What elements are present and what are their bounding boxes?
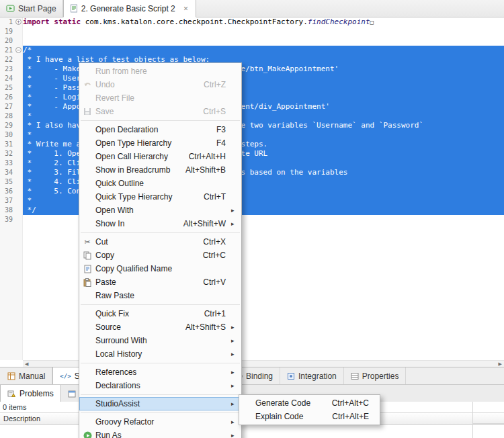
submenu-arrow-icon: ▸: [231, 337, 240, 344]
menu-item-studioassist[interactable]: StudioAssist▸: [79, 397, 241, 410]
menu-item-label: Groovy Refactor: [95, 417, 154, 427]
menu-shortcut: Alt+Shift+S: [185, 322, 231, 332]
menu-item-copy[interactable]: CopyCtrl+C: [79, 249, 241, 262]
scroll-right-icon[interactable]: ▶: [497, 361, 504, 367]
code-line-31[interactable]: 31 * Write me an automation test script …: [0, 140, 504, 149]
menu-item-explain-code[interactable]: Explain CodeCtrl+Alt+E: [239, 410, 380, 423]
code-line-38[interactable]: 38 */: [0, 206, 504, 215]
menu-item-save[interactable]: SaveCtrl+S: [79, 105, 241, 118]
view-tab-properties[interactable]: Properties: [344, 367, 407, 384]
view-tab-manual[interactable]: Manual: [1, 367, 52, 384]
menu-item-surround-with[interactable]: Surround With▸: [79, 334, 241, 347]
menu-item-source[interactable]: SourceAlt+Shift+S▸: [79, 320, 241, 334]
menu-item-open-declaration[interactable]: Open DeclarationF3: [79, 123, 241, 136]
fold-column: [15, 140, 23, 149]
menu-item-cut[interactable]: ✂CutCtrl+X: [79, 235, 241, 249]
menu-item-label: Open Type Hierarchy: [95, 138, 171, 148]
code-editor[interactable]: 1+import static com.kms.katalon.core.che…: [0, 17, 504, 360]
script-icon: </>: [60, 373, 71, 380]
close-icon[interactable]: ✕: [182, 5, 190, 13]
view-tab-integration[interactable]: Integration: [280, 367, 344, 384]
paste-icon: [79, 278, 95, 287]
code-line-28[interactable]: 28 *: [0, 112, 504, 121]
menu-item-quick-outline[interactable]: Quick Outline: [79, 177, 241, 190]
menu-item-open-call-hierarchy[interactable]: Open Call HierarchyCtrl+Alt+H: [79, 150, 241, 163]
line-number: 30: [0, 130, 15, 140]
line-number: 27: [0, 102, 15, 112]
code-line-26[interactable]: 26 * - Login button: 'btn_Login': [0, 93, 504, 102]
tab-2-generate-basic-script-2[interactable]: 2. Generate Basic Script 2✕: [63, 0, 197, 17]
menu-item-label: Revert File: [95, 93, 134, 103]
code-line-30[interactable]: 30 *: [0, 130, 504, 140]
menu-separator: [81, 120, 240, 121]
panel-tab-problems[interactable]: Problems: [0, 385, 61, 402]
code-line-36[interactable]: 36 * 5. Confirm the appointment: [0, 187, 504, 196]
menu-item-label: Undo: [95, 80, 115, 89]
code-line-33[interactable]: 33 * 2. Click the Make Appointment butto…: [0, 159, 504, 168]
panel-divider-horizontal: [472, 423, 504, 424]
code-line-29[interactable]: 29 * I also have a Groovy test case that…: [0, 121, 504, 130]
menu-item-label: Run As: [95, 431, 122, 438]
menu-item-run-from-here[interactable]: Run from here: [79, 64, 241, 78]
menu-item-show-in[interactable]: Show InAlt+Shift+W▸: [79, 217, 241, 230]
menu-item-copy-qualified-name[interactable]: Copy Qualified Name: [79, 262, 241, 275]
fold-column: [15, 196, 23, 206]
menu-item-open-type-hierarchy[interactable]: Open Type HierarchyF4: [79, 136, 241, 150]
fold-column: [15, 177, 23, 187]
studioassist-submenu: Generate CodeCtrl+Alt+CExplain CodeCtrl+…: [239, 394, 380, 425]
menu-item-local-history[interactable]: Local History▸: [79, 347, 241, 361]
editor-lines: 1+import static com.kms.katalon.core.che…: [0, 17, 504, 224]
events-icon: [68, 390, 76, 398]
code-line-1[interactable]: 1+import static com.kms.katalon.core.che…: [0, 17, 504, 27]
tab-start-page[interactable]: Start Page: [0, 0, 63, 17]
code-line-34[interactable]: 34 * 3. Fill in the username and passwor…: [0, 168, 504, 177]
code-line-23[interactable]: 23 * - Make Appointment: 'Object Reposit…: [0, 64, 504, 74]
menu-item-generate-code[interactable]: Generate CodeCtrl+Alt+C: [239, 396, 380, 410]
code-line-37[interactable]: 37 *: [0, 196, 504, 206]
code-line-27[interactable]: 27 * - Appointment: 'Object Repository/A…: [0, 102, 504, 112]
code-line-39[interactable]: 39: [0, 215, 504, 224]
start-page-icon: [6, 4, 15, 13]
code-line-21[interactable]: 21−/*: [0, 46, 504, 55]
menu-item-label: Open Call Hierarchy: [95, 152, 168, 161]
menu-item-label: Raw Paste: [95, 291, 134, 300]
menu-item-undo[interactable]: UndoCtrl+Z: [79, 78, 241, 91]
menu-item-paste[interactable]: PasteCtrl+V: [79, 275, 241, 289]
fold-column: [15, 149, 23, 159]
menu-item-raw-paste[interactable]: Raw Paste: [79, 289, 241, 302]
code-line-32[interactable]: 32 * 1. Open the browser and navigate to…: [0, 149, 504, 159]
line-number: 35: [0, 177, 15, 187]
menu-item-quick-type-hierarchy[interactable]: Quick Type HierarchyCtrl+T: [79, 190, 241, 204]
code-line-24[interactable]: 24 * - Username input: 'input_Username': [0, 74, 504, 83]
scroll-left-icon[interactable]: ◀: [23, 361, 30, 367]
menu-item-references[interactable]: References▸: [79, 365, 241, 379]
fold-column: [15, 130, 23, 140]
fold-plus-icon[interactable]: +: [15, 17, 23, 27]
menu-shortcut: Ctrl+C: [203, 251, 231, 260]
menu-item-label: Run from here: [95, 67, 147, 76]
menu-item-open-with[interactable]: Open With▸: [79, 204, 241, 217]
code-line-22[interactable]: 22 * I have a list of test objects as be…: [0, 55, 504, 64]
menu-shortcut: Ctrl+Z: [204, 80, 231, 89]
line-number: 24: [0, 74, 15, 83]
menu-shortcut: Ctrl+S: [203, 107, 231, 116]
menu-item-groovy-refactor[interactable]: Groovy Refactor▸: [79, 415, 241, 429]
menu-item-label: Surround With: [95, 336, 147, 345]
view-tab-label: Properties: [362, 371, 399, 381]
menu-item-declarations[interactable]: Declarations▸: [79, 379, 241, 392]
fold-minus-icon[interactable]: −: [15, 46, 23, 55]
line-number: 21: [0, 46, 15, 55]
code-line-20[interactable]: 20: [0, 36, 504, 46]
fold-column: [15, 64, 23, 74]
menu-item-run-as[interactable]: Run As▸: [79, 429, 241, 438]
code-line-35[interactable]: 35 * 4. Click the Login button: [0, 177, 504, 187]
integration-icon: [287, 372, 295, 380]
code-line-25[interactable]: 25 * - Password input: 'input_Password': [0, 83, 504, 93]
line-number: 26: [0, 93, 15, 102]
menu-item-show-in-breadcrumb[interactable]: Show in BreadcrumbAlt+Shift+B: [79, 163, 241, 177]
menu-item-quick-fix[interactable]: Quick FixCtrl+1: [79, 307, 241, 320]
menu-item-label: References: [95, 367, 136, 377]
menu-shortcut: F3: [216, 125, 231, 134]
code-line-19[interactable]: 19: [0, 27, 504, 36]
menu-item-revert-file[interactable]: Revert File: [79, 91, 241, 105]
